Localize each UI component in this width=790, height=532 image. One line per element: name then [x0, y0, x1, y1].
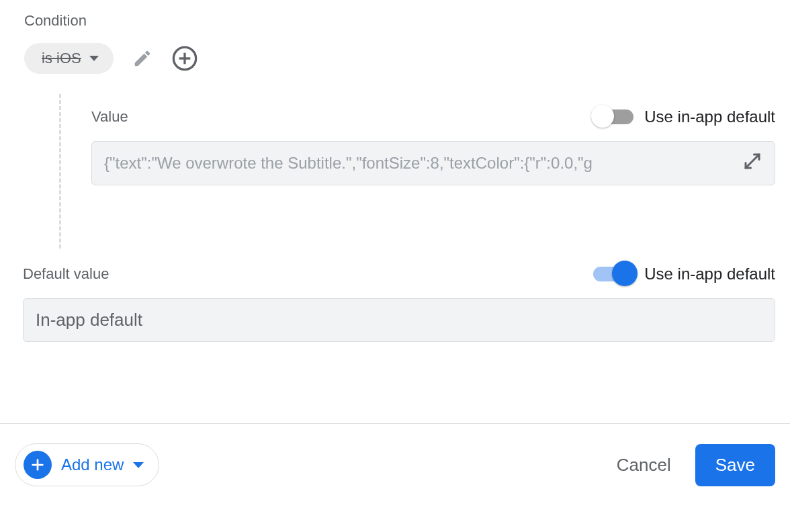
- default-value-toggle-label: Use in-app default: [644, 265, 775, 283]
- value-toggle-label: Use in-app default: [644, 107, 775, 126]
- condition-row: is iOS: [24, 43, 198, 74]
- cancel-button[interactable]: Cancel: [617, 455, 671, 476]
- default-value-input[interactable]: In-app default: [23, 298, 775, 342]
- condition-chip-text: is iOS: [42, 50, 81, 67]
- divider: [0, 423, 790, 424]
- value-input-text: {"text":"We overwrote the Subtitle.","fo…: [104, 154, 734, 173]
- condition-chip[interactable]: is iOS: [24, 43, 114, 74]
- add-circle-icon[interactable]: [171, 45, 198, 72]
- default-value-toggle[interactable]: [593, 267, 633, 281]
- value-default-toggle[interactable]: [593, 109, 633, 124]
- add-new-label: Add new: [61, 455, 124, 474]
- chevron-down-icon: [133, 462, 144, 468]
- condition-label: Condition: [24, 12, 87, 30]
- default-value-input-text: In-app default: [36, 310, 754, 330]
- bottom-bar: Add new Cancel Save: [15, 443, 775, 486]
- add-new-button[interactable]: Add new: [15, 443, 159, 486]
- default-value-label: Default value: [23, 265, 109, 283]
- value-label: Value: [91, 108, 128, 126]
- svg-line-3: [746, 154, 759, 168]
- plus-icon: [24, 451, 52, 479]
- default-value-block: Default value Use in-app default In-app …: [23, 265, 775, 342]
- chevron-down-icon: [89, 56, 99, 61]
- value-block: Value Use in-app default {"text":"We ove…: [91, 107, 775, 185]
- value-input[interactable]: {"text":"We overwrote the Subtitle.","fo…: [91, 141, 775, 185]
- connector-line: [59, 94, 61, 249]
- edit-icon[interactable]: [132, 48, 152, 69]
- save-button[interactable]: Save: [695, 444, 775, 486]
- expand-icon[interactable]: [742, 151, 762, 175]
